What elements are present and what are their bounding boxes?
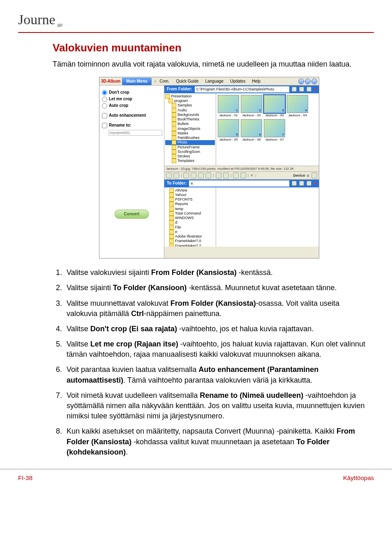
thumbnail[interactable]: 5Jackson - 05 — [218, 119, 239, 142]
toolbar-icon[interactable] — [166, 173, 172, 178]
tree-node[interactable]: Presentation — [165, 94, 215, 99]
menu-com[interactable]: Com. — [156, 78, 173, 85]
menu-language[interactable]: Language — [202, 78, 227, 85]
tree-node[interactable]: Reports — [165, 202, 215, 206]
tree-node[interactable]: d: — [165, 220, 215, 225]
device-label: Device — [293, 173, 305, 178]
list-item: Voit parantaa kuvien laatua valitsemalla… — [64, 365, 366, 385]
convert-button[interactable]: Convert — [115, 210, 149, 219]
app-logo: 3D-Album — [99, 78, 122, 84]
device-drive[interactable]: a: — [307, 173, 310, 178]
tree-node[interactable]: temp — [165, 207, 215, 211]
toolbar-icon[interactable] — [223, 173, 229, 178]
radio-auto-crop[interactable] — [102, 103, 107, 108]
tree-node[interactable]: Samples — [165, 103, 215, 108]
label-auto-crop: Auto crop — [109, 103, 128, 108]
tree-node[interactable]: PaintBrushes — [165, 136, 215, 140]
thumbnail[interactable]: 3Jackson - 03 — [264, 95, 285, 118]
thumbnail[interactable]: 4Jackson - 04 — [287, 95, 308, 118]
rename-input[interactable] — [108, 130, 162, 136]
tree-node[interactable]: WINDOWS — [165, 216, 215, 220]
to-folder-tool-1[interactable] — [292, 181, 297, 186]
tree-node[interactable]: Backgrounds — [165, 113, 215, 117]
favorite-icon[interactable]: ♥ — [314, 86, 316, 92]
toolbar-icon[interactable] — [216, 173, 221, 178]
tree-node[interactable]: PSFONTS — [165, 197, 215, 202]
to-folder-content — [216, 187, 319, 247]
tree-node[interactable]: program — [165, 99, 215, 103]
tree-node[interactable]: PictureFrame — [165, 145, 215, 150]
toolbar-icon[interactable] — [198, 173, 204, 178]
to-folder-path[interactable]: e: — [189, 180, 289, 187]
page-header: Journe air — [18, 10, 374, 33]
section-title: Valokuvien muuntaminen — [53, 40, 366, 55]
option-auto-crop[interactable]: Auto crop — [102, 103, 161, 108]
option-let-me-crop[interactable]: Let me crop — [102, 96, 161, 102]
to-folder-label: To Folder: — [167, 180, 187, 186]
main-menu-button[interactable]: Main Menu — [122, 78, 152, 85]
device-icon[interactable] — [311, 173, 317, 178]
toolbar-icon[interactable] — [205, 173, 211, 178]
tree-node[interactable]: ImageObjects — [165, 127, 215, 131]
tree-node[interactable]: Total Command — [165, 211, 215, 216]
menu-quick-guide[interactable]: Quick Guide — [173, 78, 202, 85]
footer-doc-title: Käyttöopas — [343, 473, 374, 482]
thumbnail[interactable]: 1Jackson - 01 — [218, 95, 239, 118]
label-let-me-crop: Let me crop — [109, 96, 132, 102]
tree-node[interactable]: FrameMaker7.0 — [165, 239, 215, 243]
from-folder-tool-1[interactable] — [292, 87, 297, 92]
list-item: Valitse valokuviesi sijainti From Folder… — [64, 268, 366, 278]
check-rename-to[interactable] — [102, 123, 107, 128]
to-folder-tree[interactable]: AltViewYahoo!PSFONTSReportstempTotal Com… — [164, 187, 216, 247]
tree-node[interactable]: FrameMaker7.2 — [165, 244, 215, 247]
tree-node[interactable]: Yahoo! — [165, 193, 215, 197]
label-rename-to: Rename to: — [109, 122, 131, 128]
tree-node[interactable]: Adobe Illustrator — [165, 234, 215, 239]
favorite-icon[interactable]: ♥ — [314, 180, 316, 186]
window-maximize-icon[interactable] — [305, 78, 311, 84]
from-folder-tool-2[interactable] — [299, 87, 304, 92]
to-folder-tool-2[interactable] — [299, 181, 304, 186]
app-screenshot: 3D-Album Main Menu » Com. Quick Guide La… — [99, 77, 319, 259]
tree-node[interactable]: File — [165, 225, 215, 230]
radio-dont-crop[interactable] — [102, 90, 107, 95]
tree-node[interactable]: Photo — [165, 140, 215, 145]
radio-let-me-crop[interactable] — [102, 97, 107, 102]
window-close-icon[interactable] — [311, 78, 317, 84]
tree-node[interactable]: e: — [165, 230, 215, 234]
option-dont-crop[interactable]: Don't crop — [102, 90, 161, 95]
list-item: Voit nimetä kuvat uudelleen valitsemalla… — [64, 390, 366, 422]
tree-node[interactable]: Strokes — [165, 154, 215, 159]
thumbnail-grid[interactable]: 1Jackson - 012Jackson - 023Jackson - 034… — [216, 93, 319, 166]
option-auto-enhancement[interactable]: Auto enhancement — [102, 113, 161, 118]
tree-node[interactable]: ScrollingScen — [165, 150, 215, 154]
thumbnail[interactable]: 6Jackson - 06 — [241, 119, 262, 142]
tree-node[interactable]: Audio — [165, 108, 215, 113]
tree-node[interactable]: Bullets — [165, 122, 215, 126]
options-panel: Don't crop Let me crop Auto crop Auto en… — [99, 85, 164, 258]
delete-icon[interactable]: ✕ — [250, 173, 254, 178]
toolbar-icon[interactable] — [183, 173, 189, 178]
tree-node[interactable]: Templates — [165, 159, 215, 163]
option-rename-to[interactable]: Rename to: — [102, 122, 161, 128]
from-folder-tree[interactable]: PresentationprogramSamplesAudioBackgroun… — [164, 93, 216, 166]
to-folder-tool-3[interactable] — [307, 181, 311, 186]
brand-logo: Journe air — [18, 10, 55, 30]
tree-node[interactable]: AltView — [165, 188, 215, 193]
window-minimize-icon[interactable] — [298, 78, 304, 84]
check-auto-enhancement[interactable] — [102, 113, 107, 118]
brand-logo-text: Journe — [18, 12, 55, 27]
page-footer: FI-38 Käyttöopas — [0, 469, 392, 490]
menu-help[interactable]: Help — [249, 78, 264, 85]
tree-node[interactable]: BookThemes — [165, 117, 215, 122]
from-folder-tool-3[interactable] — [307, 87, 311, 92]
thumbnail[interactable]: 2Jackson - 02 — [241, 95, 262, 118]
toolbar-icon[interactable] — [233, 173, 239, 178]
toolbar-icon[interactable] — [240, 173, 246, 178]
thumbnail[interactable]: 7Jackson - 07 — [264, 119, 285, 142]
toolbar-icon[interactable] — [173, 173, 179, 178]
menu-updates[interactable]: Updates — [227, 78, 249, 85]
toolbar-icon[interactable] — [191, 173, 196, 178]
tree-node[interactable]: Masks — [165, 131, 215, 136]
from-folder-path[interactable]: C:\Program Files\3D-Album-CC\Samples\Pho… — [195, 86, 289, 92]
